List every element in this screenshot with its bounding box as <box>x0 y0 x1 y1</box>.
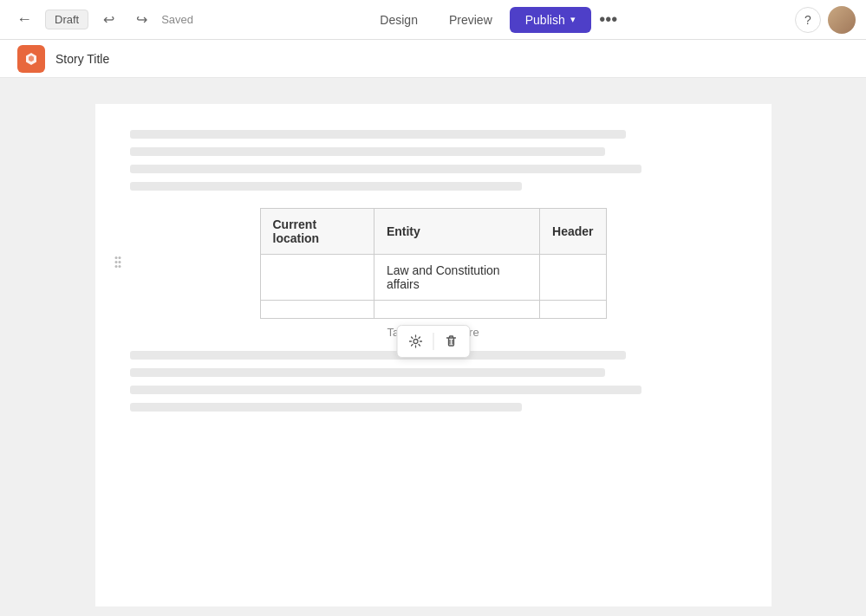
tab-preview[interactable]: Preview <box>435 8 506 32</box>
topbar-center: Design Preview Publish ▾ ••• <box>366 6 622 34</box>
help-icon: ? <box>804 13 811 27</box>
placeholder-line <box>130 386 641 394</box>
table-cell[interactable] <box>260 301 374 319</box>
table-header-current-location: Current location <box>260 209 374 255</box>
placeholder-line <box>130 130 626 139</box>
main-content: Current location Entity Header Law and C… <box>0 78 866 616</box>
svg-point-0 <box>413 340 418 344</box>
svg-point-5 <box>114 261 117 263</box>
drag-handle-icon <box>113 255 123 270</box>
storybar: Story Title <box>0 40 866 78</box>
table-row: Law and Constitution affairs <box>260 255 606 301</box>
svg-point-7 <box>114 265 117 268</box>
topbar-right: ? <box>795 6 856 34</box>
svg-point-6 <box>118 261 120 263</box>
data-table: Current location Entity Header Law and C… <box>260 208 607 319</box>
topbar: ← Draft ↩ ↪ Saved Design Preview Publish… <box>0 0 866 40</box>
chevron-down-icon: ▾ <box>570 14 576 25</box>
top-placeholder-lines <box>130 130 737 191</box>
trash-icon <box>444 334 458 348</box>
table-cell[interactable] <box>374 301 539 319</box>
table-toolbar <box>396 325 470 358</box>
redo-button[interactable]: ↪ <box>128 7 154 33</box>
table-header-row: Current location Entity Header <box>260 209 606 255</box>
tab-design[interactable]: Design <box>366 8 432 32</box>
table-cell-entity[interactable]: Law and Constitution affairs <box>374 255 539 301</box>
drag-handle[interactable] <box>113 255 123 273</box>
publish-button[interactable]: Publish ▾ <box>510 7 591 33</box>
avatar-image <box>828 6 856 34</box>
table-settings-button[interactable] <box>402 329 428 353</box>
settings-icon <box>408 334 422 348</box>
editor-area: Current location Entity Header Law and C… <box>95 104 772 606</box>
bottom-placeholder-lines <box>130 351 737 412</box>
story-title: Story Title <box>55 52 109 66</box>
placeholder-line <box>130 147 605 156</box>
table-header-header: Header <box>540 209 606 255</box>
saved-label: Saved <box>161 13 193 26</box>
table-delete-button[interactable] <box>438 329 464 353</box>
svg-point-4 <box>118 256 120 259</box>
publish-label: Publish <box>525 13 565 27</box>
topbar-left: ← Draft ↩ ↪ Saved <box>10 6 193 34</box>
undo-button[interactable]: ↩ <box>95 7 121 33</box>
placeholder-line <box>130 182 522 191</box>
avatar[interactable] <box>828 6 856 34</box>
svg-point-8 <box>118 265 120 268</box>
svg-point-3 <box>114 256 117 259</box>
placeholder-line <box>130 368 605 377</box>
table-row <box>260 301 606 319</box>
story-logo-icon <box>23 51 39 67</box>
table-cell[interactable] <box>540 255 606 301</box>
more-options-button[interactable]: ••• <box>595 6 622 34</box>
help-button[interactable]: ? <box>795 7 821 33</box>
story-logo <box>17 45 45 73</box>
placeholder-line <box>130 403 522 412</box>
redo-icon: ↪ <box>136 11 147 28</box>
table-wrapper: Current location Entity Header Law and C… <box>130 208 737 319</box>
more-icon: ••• <box>599 10 617 29</box>
placeholder-line <box>130 165 641 173</box>
toolbar-separator <box>433 333 433 350</box>
table-cell[interactable] <box>260 255 374 301</box>
table-cell[interactable] <box>540 301 606 319</box>
back-button[interactable]: ← <box>10 6 38 34</box>
table-header-entity: Entity <box>374 209 539 255</box>
undo-icon: ↩ <box>103 11 114 28</box>
placeholder-line <box>130 351 626 360</box>
draft-badge[interactable]: Draft <box>45 10 88 29</box>
